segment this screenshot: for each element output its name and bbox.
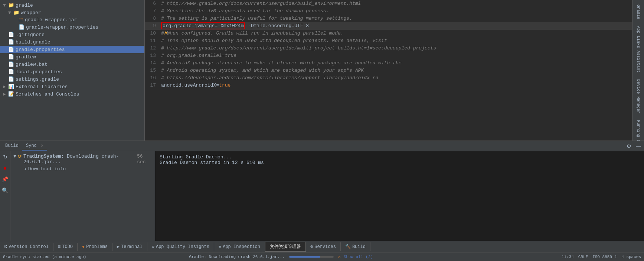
tab-sync-close[interactable]: ✕ (41, 143, 43, 148)
tree-item-wrapper[interactable]: ▼ 📁 wrapper (0, 9, 144, 16)
line-code: android.useAndroidX=true (160, 82, 632, 89)
nav-tab-label: App Quality Insights (156, 244, 209, 249)
bottom-tab-bar: Build Sync ✕ ⚙ — (0, 141, 644, 151)
build-item-trading[interactable]: ▼ ⟳ TradingSystem: Downloading crash-26.… (10, 153, 155, 165)
right-tab-app-links[interactable]: App Links Assistant (635, 23, 642, 75)
code-line-12: 12 # http://www.gradle.org/docs/current/… (145, 45, 632, 52)
tree-item-gradle-properties[interactable]: 📄 gradle.properties (0, 46, 144, 53)
line-number: 12 (145, 45, 160, 52)
refresh-button[interactable]: ↻ (2, 153, 9, 161)
nav-tab-label: Terminal (121, 244, 143, 249)
nav-tab-build[interactable]: 🔨 Build (341, 242, 370, 251)
nav-tab-app-inspection[interactable]: ◈ App Inspection (214, 242, 265, 251)
status-line-ending[interactable]: CRLF (578, 255, 588, 259)
build-label: TradingSystem: Downloading crash-26.6.1.… (23, 154, 137, 165)
tree-label: build.gradle (16, 39, 50, 45)
code-line-9: 9 org.gradle.jvmargs=-Xmx1024m -Dfile.en… (145, 22, 632, 30)
nav-tab-terminal[interactable]: ▶ Terminal (112, 242, 147, 251)
output-line-2: Gradle Daemon started in 12 s 610 ms (160, 160, 640, 165)
nav-tab-label: TODO (62, 244, 73, 249)
status-sync-text: Gradle sync started (a minute ago) (3, 255, 86, 259)
tree-item-scratches[interactable]: ▶ 📝 Scratches and Consoles (0, 90, 144, 98)
download-icon: ⬇ (24, 166, 27, 172)
gradle-properties-icon: 📄 (8, 46, 14, 52)
tree-label: local.properties (16, 69, 62, 75)
code-line-17: 17 android.useAndroidX=true (145, 82, 632, 89)
line-code: # AndroidX package structure to make it … (160, 59, 632, 67)
tree-item-gradlew-bat[interactable]: 📄 gradlew.bat (0, 61, 144, 68)
build-item-download[interactable]: ⬇ Download info (10, 165, 155, 173)
folder-icon: 📁 (8, 2, 14, 8)
tree-item-external-libraries[interactable]: ▶ 📊 External Libraries (0, 83, 144, 90)
build-tree[interactable]: ▼ ⟳ TradingSystem: Downloading crash-26.… (10, 151, 155, 241)
code-line-16: 16 # https://developer.android.com/topic… (145, 74, 632, 82)
nav-tab-todo[interactable]: ≡ TODO (53, 243, 78, 251)
pin-button[interactable]: 📌 (1, 175, 9, 183)
right-tab-gradle[interactable]: Gradle (635, 1, 642, 22)
tree-item-local-properties[interactable]: 📄 local.properties (0, 68, 144, 75)
file-tree[interactable]: ▼ 📁 gradle ▼ 📁 wrapper 🗃 gradle-wrapper.… (0, 0, 145, 141)
right-tab-running-devices[interactable]: Running Devices (635, 117, 642, 141)
expand-arrow[interactable]: ▼ (8, 10, 13, 16)
status-indent[interactable]: 4 spaces (621, 255, 641, 259)
minimize-button[interactable]: — (634, 142, 643, 150)
nav-tab-problems[interactable]: ● Problems (78, 243, 112, 251)
tree-item-gradle-wrapper-jar[interactable]: 🗃 gradle-wrapper.jar (0, 16, 144, 23)
left-actions: ↻ ■ 📌 🔍 (0, 151, 10, 241)
tree-item-build-gradle[interactable]: 📄 build.gradle (0, 38, 144, 46)
code-content[interactable]: 6 # http://www.gradle.org/docs/current/u… (145, 0, 632, 141)
nav-tab-label: App Inspection (223, 244, 260, 249)
nav-tab-label: Version Control (9, 244, 49, 249)
settings-button[interactable]: ⚙ (625, 142, 633, 150)
build-output: Starting Gradle Daemon... Gradle Daemon … (155, 151, 644, 241)
tree-item-gradle-wrapper-properties[interactable]: 📄 gradle-wrapper.properties (0, 23, 144, 31)
line-number: 13 (145, 52, 160, 59)
right-tab-device-manager[interactable]: Device Manager (635, 76, 642, 116)
nav-tab-app-quality[interactable]: ◇ App Quality Insights (147, 242, 214, 251)
tree-item-gitignore[interactable]: 📄 .gitignore (0, 31, 144, 38)
expand-arrow[interactable]: ▼ (3, 3, 8, 8)
show-all-link[interactable]: Show all (2) (344, 255, 373, 259)
tree-item-gradle[interactable]: ▼ 📁 gradle (0, 1, 144, 9)
line-code: # The setting is particularly useful for… (160, 15, 632, 22)
status-left: Gradle sync started (a minute ago) (3, 255, 189, 259)
nav-tabs: ⑆ Version Control ≡ TODO ● Problems ▶ Te… (0, 241, 644, 252)
line-code: org.gradle.jvmargs=-Xmx1024m -Dfile.enco… (160, 22, 632, 30)
tree-label: settings.gradle (16, 77, 59, 82)
local-icon: 📄 (8, 69, 14, 75)
build-icon: 🔨 (345, 244, 351, 249)
line-code: # Specifies the JVM arguments used for t… (160, 7, 632, 15)
file-icon: 📄 (8, 54, 14, 60)
nav-tab-file-manager[interactable]: 文件资源管理器 (265, 242, 306, 252)
folder-icon: 📁 (13, 10, 19, 16)
line-number: 14 (145, 59, 160, 67)
tree-item-gradlew[interactable]: 📄 gradlew (0, 53, 144, 61)
nav-tab-services[interactable]: ⚙ Services (306, 242, 341, 251)
bat-icon: 📄 (8, 61, 14, 67)
expand-arrow[interactable]: ▼ (13, 154, 18, 159)
cancel-icon[interactable]: ✕ (338, 254, 341, 259)
search-build-button[interactable]: 🔍 (1, 186, 9, 194)
status-encoding[interactable]: ISO-8859-1 (592, 255, 617, 259)
tab-sync[interactable]: Sync ✕ (22, 141, 47, 151)
tree-label: gradle (16, 3, 33, 8)
tab-build[interactable]: Build (1, 142, 22, 151)
problems-icon: ● (82, 244, 85, 249)
line-number: 6 (145, 0, 160, 7)
code-line-10: 10 #⚑When configured, Gradle will run in… (145, 30, 632, 37)
library-icon: 📊 (8, 84, 14, 90)
code-line-11: 11 # This option should only be used wit… (145, 37, 632, 45)
output-line-1: Starting Gradle Daemon... (160, 154, 640, 160)
status-bar: Gradle sync started (a minute ago) Gradl… (0, 252, 644, 261)
nav-tab-version-control[interactable]: ⑆ Version Control (0, 243, 53, 251)
line-code: # http://www.gradle.org/docs/current/use… (160, 0, 632, 7)
code-line-8: 8 # The setting is particularly useful f… (145, 15, 632, 22)
file-manager-label: 文件资源管理器 (270, 244, 301, 250)
code-line-7: 7 # Specifies the JVM arguments used for… (145, 7, 632, 15)
line-code: #⚑When configured, Gradle will run in in… (160, 30, 632, 37)
line-number: 11 (145, 37, 160, 45)
tree-item-settings-gradle[interactable]: 📄 settings.gradle (0, 75, 144, 83)
code-line-14: 14 # AndroidX package structure to make … (145, 59, 632, 67)
stop-button[interactable]: ■ (2, 164, 7, 172)
code-line-15: 15 # Android operating system, and which… (145, 67, 632, 74)
